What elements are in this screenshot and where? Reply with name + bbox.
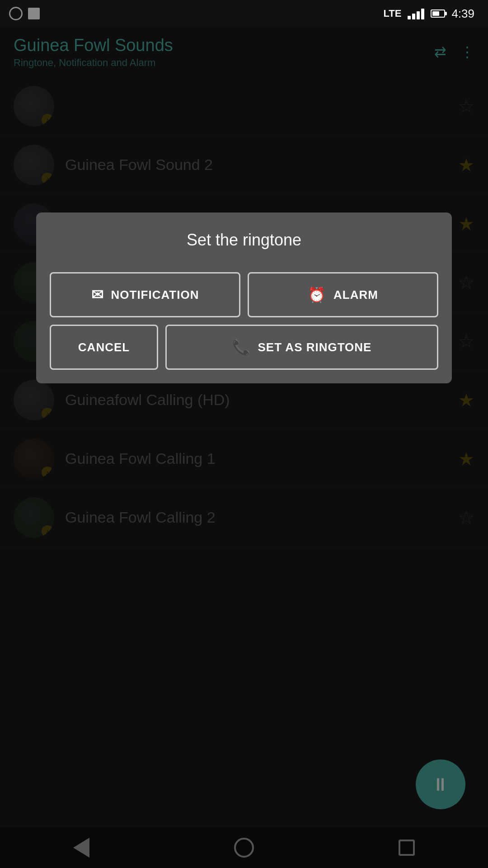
lte-label: LTE: [383, 8, 401, 19]
alarm-button[interactable]: ⏰ ALARM: [248, 272, 438, 317]
alarm-label: ALARM: [333, 288, 378, 302]
status-bar: LTE 4:39: [0, 0, 488, 27]
cancel-button[interactable]: CANCEL: [50, 325, 158, 370]
battery-icon: [431, 9, 445, 18]
signal-bar-4: [421, 9, 424, 19]
signal-bar-3: [417, 11, 420, 19]
clock: 4:39: [451, 7, 474, 21]
battery-fill: [432, 11, 439, 16]
status-left-icons: [9, 7, 40, 20]
cancel-label: CANCEL: [78, 340, 130, 354]
set-ringtone-label: SET AS RINGTONE: [258, 340, 372, 354]
notification-button[interactable]: ✉ NOTIFICATION: [50, 272, 240, 317]
signal-strength: [408, 8, 424, 19]
status-right-icons: LTE 4:39: [383, 7, 474, 21]
signal-bar-2: [412, 14, 415, 19]
record-icon: [9, 7, 23, 20]
alarm-icon: ⏰: [308, 286, 326, 303]
dialog-title: Set the ringtone: [50, 231, 438, 250]
sim-icon: [28, 8, 40, 19]
signal-bar-1: [408, 16, 411, 19]
dialog-row-2: CANCEL 📞 SET AS RINGTONE: [50, 325, 438, 370]
phone-icon: 📞: [232, 339, 251, 356]
notification-icon: ✉: [91, 286, 104, 303]
notification-label: NOTIFICATION: [111, 288, 199, 302]
dialog-overlay: [0, 0, 488, 868]
dialog-row-1: ✉ NOTIFICATION ⏰ ALARM: [50, 272, 438, 317]
set-ringtone-button[interactable]: 📞 SET AS RINGTONE: [165, 325, 438, 370]
ringtone-dialog: Set the ringtone ✉ NOTIFICATION ⏰ ALARM …: [36, 212, 452, 383]
